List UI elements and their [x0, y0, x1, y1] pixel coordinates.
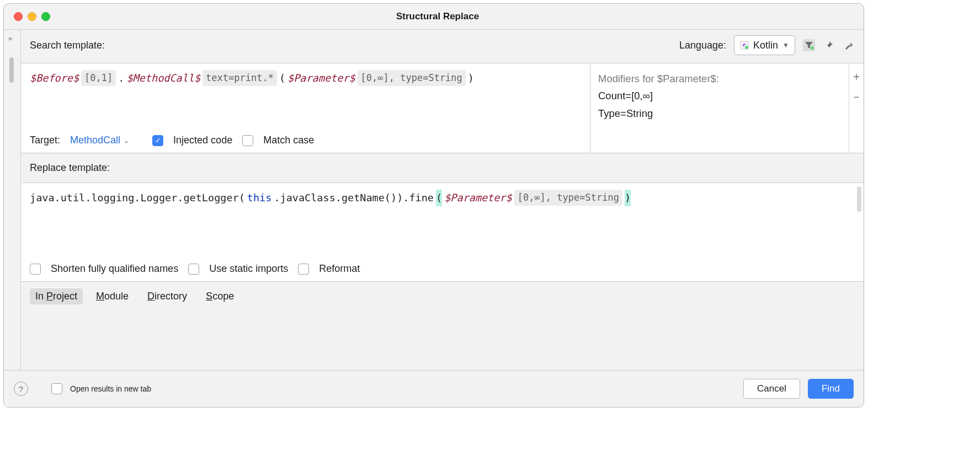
repl-param-hint: [0,∞], type=String	[514, 190, 622, 206]
scope-row: In Project Module Directory Scope	[21, 281, 864, 311]
static-imports-checkbox[interactable]	[188, 264, 199, 275]
var-parameter: $Parameter$	[287, 70, 355, 87]
var-methodcall: $MethodCall$	[126, 70, 200, 87]
structural-replace-dialog: Structural Replace » Search template: La…	[3, 3, 864, 408]
main-column: Search template: Language: Kotlin ▼	[21, 30, 864, 371]
search-template-label: Search template:	[30, 40, 105, 51]
replace-scroll-thumb[interactable]	[857, 186, 861, 212]
open-new-tab-checkbox[interactable]	[51, 383, 62, 394]
search-template-editor[interactable]: $Before$ [0,1] . $MethodCall$ text=print…	[21, 63, 590, 153]
gutter-scroll-thumb[interactable]	[9, 57, 14, 83]
cancel-button[interactable]: Cancel	[743, 379, 800, 399]
target-value: MethodCall	[70, 135, 120, 146]
svg-point-2	[745, 46, 748, 49]
shorten-names-checkbox[interactable]	[30, 264, 41, 275]
reformat-checkbox[interactable]	[298, 264, 309, 275]
chevron-down-icon: ⌄	[124, 137, 129, 144]
static-imports-label: Use static imports	[209, 263, 288, 275]
add-modifier-button[interactable]: ＋	[851, 69, 862, 84]
dialog-footer: ? Open results in new tab Cancel Find	[4, 370, 864, 407]
modifiers-panel: Modifiers for $Parameter$: Count=[0,∞] T…	[590, 63, 849, 153]
injected-code-checkbox[interactable]: ✓	[152, 135, 163, 146]
svg-point-3	[811, 46, 814, 50]
reformat-label: Reformat	[319, 263, 360, 275]
left-gutter: »	[4, 30, 21, 371]
injected-code-label: Injected code	[173, 135, 232, 146]
modifiers-count: Count=[0,∞]	[598, 87, 841, 104]
dot: .	[118, 70, 124, 87]
scope-module[interactable]: Module	[90, 288, 134, 304]
dialog-body: » Search template: Language: Kotlin ▼	[4, 30, 864, 371]
titlebar: Structural Replace	[4, 4, 864, 30]
replace-options-row: Shorten fully qualified names Use static…	[30, 255, 855, 275]
match-case-label: Match case	[263, 135, 314, 146]
kotlin-file-icon	[740, 41, 749, 50]
search-options-row: Target: MethodCall ⌄ ✓ Injected code Mat…	[30, 127, 581, 146]
language-label: Language:	[679, 40, 726, 51]
wrench-icon[interactable]	[843, 39, 855, 51]
var-before: $Before$	[30, 70, 79, 87]
close-window-button[interactable]	[14, 12, 23, 21]
zoom-window-button[interactable]	[41, 12, 50, 21]
repl-pre: java.util.logging.Logger.getLogger(	[30, 190, 245, 206]
search-template-header: Search template: Language: Kotlin ▼	[21, 30, 864, 63]
target-dropdown[interactable]: MethodCall ⌄	[70, 135, 129, 146]
expand-gutter-icon[interactable]: »	[8, 34, 12, 42]
replace-template-header: Replace template:	[21, 153, 864, 183]
language-dropdown[interactable]: Kotlin ▼	[734, 35, 795, 55]
filter-icon[interactable]	[803, 39, 815, 51]
help-button[interactable]: ?	[14, 382, 28, 396]
language-value: Kotlin	[753, 40, 778, 51]
open-new-tab-label: Open results in new tab	[70, 384, 151, 393]
minimize-window-button[interactable]	[28, 12, 36, 21]
scope-in-project[interactable]: In Project	[30, 288, 83, 304]
repl-var-parameter: $Parameter$	[444, 190, 512, 206]
window-title: Structural Replace	[50, 11, 825, 22]
repl-mid: .javaClass.getName()).fine	[274, 190, 434, 206]
find-button[interactable]: Find	[808, 379, 854, 399]
modifiers-type: Type=String	[598, 105, 841, 122]
match-case-checkbox[interactable]	[242, 135, 253, 146]
open-paren: (	[279, 70, 285, 87]
repl-close-paren: )	[625, 190, 631, 206]
replace-template-editor[interactable]: java.util.logging.Logger.getLogger( this…	[21, 183, 864, 281]
shorten-names-label: Shorten fully qualified names	[51, 263, 178, 275]
close-paren: )	[468, 70, 474, 87]
modifiers-title: Modifiers for $Parameter$:	[598, 70, 841, 87]
chevron-down-icon: ▼	[782, 41, 789, 49]
pin-icon[interactable]	[823, 39, 835, 51]
scope-scope[interactable]: Scope	[200, 288, 239, 304]
scope-directory[interactable]: Directory	[142, 288, 193, 304]
target-label: Target:	[30, 135, 60, 146]
window-controls	[14, 12, 50, 21]
modifiers-side-buttons: ＋ －	[849, 63, 864, 153]
param-hint: [0,∞], type=String	[358, 70, 466, 86]
method-hint: text=print.*	[203, 70, 277, 86]
replace-template-label: Replace template:	[30, 162, 110, 173]
before-hint: [0,1]	[81, 70, 116, 86]
remove-modifier-button[interactable]: －	[851, 89, 862, 104]
search-template-row: $Before$ [0,1] . $MethodCall$ text=print…	[21, 63, 864, 153]
repl-this: this	[247, 190, 272, 206]
repl-open-paren: (	[436, 190, 442, 206]
